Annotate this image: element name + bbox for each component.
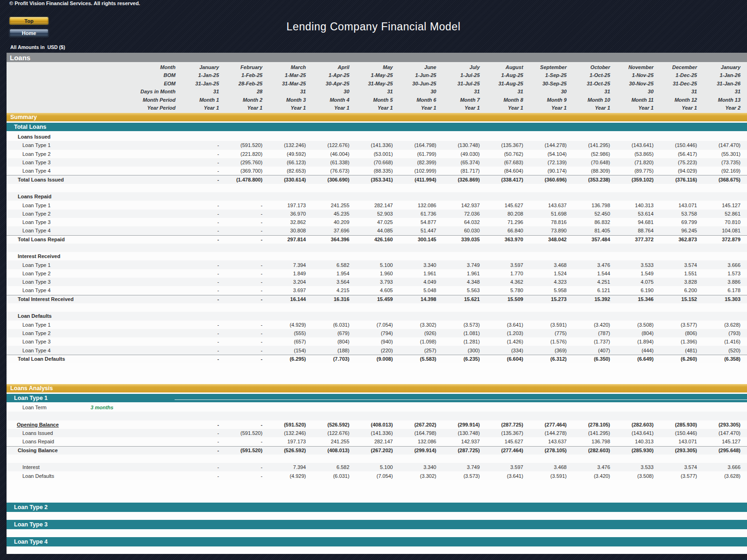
cell[interactable]: - [182,430,226,436]
cell[interactable]: 61.736 [399,211,443,217]
cell[interactable]: 348.042 [530,237,573,242]
header-cell[interactable]: 1-Jul-25 [443,72,486,78]
cell[interactable]: 4.323 [530,279,573,285]
cell[interactable]: - [226,237,269,242]
cell[interactable]: (407) [573,348,617,353]
cell[interactable]: (444) [617,348,660,353]
header-cell[interactable]: Year 1 [356,105,399,111]
cell[interactable]: 143.071 [660,439,704,444]
cell[interactable]: (353.238) [573,177,617,182]
top-button[interactable]: Top [9,17,49,25]
cell[interactable]: 136.798 [573,203,617,208]
header-cell[interactable]: Year 1 [486,105,530,111]
header-cell[interactable]: January [704,64,747,70]
cell[interactable]: - [226,203,269,208]
cell[interactable]: (775) [530,330,573,336]
cell[interactable]: (3.628) [704,322,747,328]
header-cell[interactable]: 1-Dec-25 [660,72,704,78]
header-cell[interactable]: Month 2 [226,97,269,103]
cell[interactable]: - [182,203,226,208]
cell[interactable]: (267.202) [399,422,443,427]
header-cell[interactable]: Month 8 [486,97,530,103]
header-cell[interactable]: April [312,64,356,70]
header-cell[interactable]: Month 1 [182,97,226,103]
cell[interactable]: (804) [617,330,660,336]
cell[interactable]: - [226,271,269,276]
cell[interactable]: (143.641) [617,142,660,148]
cell[interactable]: 3.749 [443,262,486,268]
cell[interactable]: 3.666 [704,262,747,268]
cell[interactable]: - [182,160,226,165]
cell[interactable]: - [182,439,226,444]
header-cell[interactable]: 31-Jan-25 [182,81,226,86]
cell[interactable]: (282.603) [617,422,660,427]
cell[interactable]: 362.873 [660,237,704,242]
cell[interactable]: 140.313 [617,203,660,208]
cell[interactable]: (6.295) [269,356,312,362]
cell[interactable]: 5.563 [443,287,486,293]
cell[interactable]: (4.929) [269,322,312,328]
cell[interactable]: 70.810 [704,219,747,225]
cell[interactable]: (84.604) [486,168,530,174]
cell[interactable]: - [182,296,226,302]
cell[interactable]: 1.849 [269,271,312,276]
cell[interactable]: - [182,348,226,353]
cell[interactable]: 6.200 [660,287,704,293]
cell[interactable]: (3.641) [486,473,530,479]
cell[interactable]: 53.758 [660,211,704,217]
cell[interactable]: 7.394 [269,464,312,470]
cell[interactable]: 15.509 [486,296,530,302]
cell[interactable]: (3.420) [573,322,617,328]
header-cell[interactable]: 31 [573,89,617,94]
cell[interactable]: (6.031) [312,473,356,479]
cell[interactable]: (143.641) [617,430,660,436]
cell[interactable]: (132.246) [269,142,312,148]
cell[interactable]: (147.470) [704,430,747,436]
cell[interactable]: 44.085 [356,228,399,233]
header-cell[interactable]: January [182,64,226,70]
header-cell[interactable]: Year 1 [312,105,356,111]
cell[interactable]: - [226,262,269,268]
cell[interactable]: 4.348 [443,279,486,285]
header-cell[interactable]: Month 6 [399,97,443,103]
cell[interactable]: 3.340 [399,464,443,470]
cell[interactable]: 15.346 [617,296,660,302]
header-cell[interactable]: Month 7 [443,97,486,103]
header-cell[interactable]: 31 [443,89,486,94]
header-cell[interactable]: Month 10 [573,97,617,103]
header-cell[interactable]: Year 1 [443,105,486,111]
cell[interactable]: (141.336) [356,142,399,148]
cell[interactable]: (141.336) [356,430,399,436]
cell[interactable]: - [182,339,226,344]
cell[interactable]: 64.032 [443,219,486,225]
cell[interactable]: - [226,422,269,427]
cell[interactable]: (3.302) [399,322,443,328]
header-cell[interactable]: 30 [530,89,573,94]
cell[interactable]: - [182,356,226,362]
cell[interactable]: (481) [660,348,704,353]
cell[interactable]: 7.394 [269,262,312,268]
cell[interactable]: (7.054) [356,473,399,479]
cell[interactable]: - [182,464,226,470]
cell[interactable]: (338.417) [486,177,530,182]
cell[interactable]: 132.086 [399,439,443,444]
header-cell[interactable]: Year 1 [530,105,573,111]
cell[interactable]: (287.725) [486,422,530,427]
header-cell[interactable]: 30 [617,89,660,94]
cell[interactable]: 142.937 [443,439,486,444]
cell[interactable]: 5.100 [356,262,399,268]
cell[interactable]: 3.597 [486,262,530,268]
cell[interactable]: (3.591) [530,473,573,479]
cell[interactable]: 145.127 [704,439,747,444]
cell[interactable]: (940) [356,339,399,344]
cell[interactable]: (6.031) [312,322,356,328]
cell[interactable]: (326.869) [443,177,486,182]
header-cell[interactable]: 1-Feb-25 [226,72,269,78]
cell[interactable]: (3.641) [486,322,530,328]
cell[interactable]: (135.367) [486,430,530,436]
cell[interactable]: 1.954 [312,271,356,276]
cell[interactable]: 47.025 [356,219,399,225]
header-cell[interactable]: October [573,64,617,70]
cell[interactable]: (54.104) [530,151,573,157]
cell[interactable]: 6.178 [704,287,747,293]
